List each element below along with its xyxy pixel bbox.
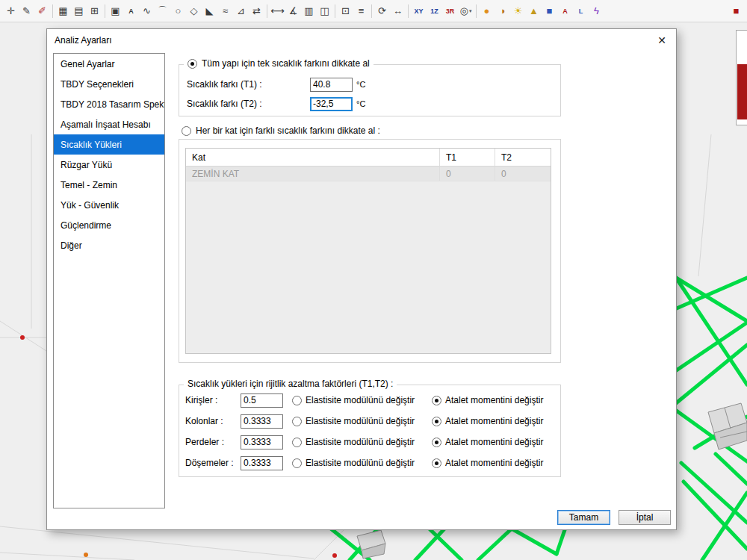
dropdown-arrow-icon: ▾ bbox=[469, 8, 472, 14]
stiffness-group-label: Sıcaklık yükleri için rijitlik azaltma f… bbox=[184, 379, 397, 389]
column-header-t2[interactable]: T2 bbox=[495, 149, 551, 166]
pencil-icon[interactable]: ✎ bbox=[19, 2, 34, 20]
stretch-icon[interactable]: ↔ bbox=[390, 2, 406, 20]
angle-dimension-icon[interactable]: ∡ bbox=[285, 2, 301, 20]
sheet-icon[interactable]: ⊞ bbox=[87, 2, 102, 20]
label-a-icon[interactable]: A bbox=[557, 2, 573, 20]
blue-beam-icon[interactable]: ■ bbox=[542, 2, 557, 20]
elasticity-option[interactable]: Elastisite modülünü değiştir bbox=[292, 416, 432, 426]
sidebar-item-diger[interactable]: Diğer bbox=[54, 235, 164, 255]
inertia-option[interactable]: Atalet momentini değiştir bbox=[432, 437, 543, 447]
list-icon[interactable]: ≡ bbox=[353, 2, 369, 20]
member-label: Döşemeler : bbox=[185, 458, 241, 468]
single-temp-radio-option[interactable]: Tüm yapı için tek sıcaklık farkını dikka… bbox=[184, 58, 374, 69]
stiffness-factor-input-dosemeler[interactable] bbox=[241, 456, 283, 470]
member-label: Perdeler : bbox=[185, 437, 241, 447]
inertia-option[interactable]: Atalet momentini değiştir bbox=[432, 416, 543, 426]
wave-icon[interactable]: ≈ bbox=[217, 2, 233, 20]
label-l-icon[interactable]: L bbox=[573, 2, 589, 20]
stiffness-row-dosemeler: Döşemeler : Elastisite modülünü değiştir… bbox=[179, 452, 560, 473]
radio-icon bbox=[187, 59, 197, 69]
single-temp-group: Tüm yapı için tek sıcaklık farkını dikka… bbox=[179, 64, 561, 116]
toolbar-separator bbox=[267, 4, 267, 18]
polygon-icon[interactable]: ◇ bbox=[186, 2, 202, 20]
inertia-option[interactable]: Atalet momentini değiştir bbox=[432, 458, 543, 468]
toolbar-separator bbox=[476, 4, 477, 18]
detail-icon[interactable]: ◫ bbox=[317, 2, 332, 20]
sidebar-item-temel-zemin[interactable]: Temel - Zemin bbox=[54, 175, 164, 195]
material-icon[interactable]: ◑ bbox=[495, 2, 510, 20]
arc-icon[interactable]: ⌒ bbox=[155, 2, 170, 20]
sidebar-item-sicaklik-yukleri[interactable]: Sıcaklık Yükleri bbox=[54, 134, 164, 155]
radio-icon bbox=[292, 438, 302, 447]
sidebar-item-genel-ayarlar[interactable]: Genel Ayarlar bbox=[54, 54, 164, 74]
render-sphere-icon[interactable]: ● bbox=[479, 2, 495, 20]
elasticity-option[interactable]: Elastisite modülünü değiştir bbox=[292, 437, 432, 447]
toolbar-separator bbox=[408, 4, 409, 18]
toolbar-separator bbox=[335, 4, 335, 18]
plan-view-icon[interactable]: XY bbox=[411, 2, 427, 20]
image-icon[interactable]: ▣ bbox=[108, 2, 123, 20]
per-floor-radio-option[interactable]: Her bir kat için farklı sıcaklık farkını… bbox=[182, 125, 380, 136]
sunlight-icon[interactable]: ☀ bbox=[510, 2, 526, 20]
slope-icon[interactable]: ⊿ bbox=[233, 2, 249, 20]
layers-icon[interactable]: ⊡ bbox=[338, 2, 353, 20]
offset-icon[interactable]: ⇄ bbox=[249, 2, 264, 20]
spline-icon[interactable]: ∿ bbox=[139, 2, 155, 20]
sidebar-item-tbdy-2018-tasarim-spektrumu[interactable]: TBDY 2018 Tasarım Spekt... bbox=[54, 94, 164, 114]
inertia-option[interactable]: Atalet momentini değiştir bbox=[432, 395, 543, 405]
analysis-settings-dialog: Analiz Ayarları ✕ Genel Ayarlar TBDY Seç… bbox=[46, 28, 677, 530]
column-header-t1[interactable]: T1 bbox=[440, 149, 495, 166]
elasticity-option[interactable]: Elastisite modülünü değiştir bbox=[292, 458, 432, 468]
hatch-icon[interactable]: ◣ bbox=[202, 2, 217, 20]
perspective-icon[interactable]: ◎▾ bbox=[458, 2, 474, 20]
member-label: Kirişler : bbox=[185, 395, 241, 405]
sidebar-item-yuk-guvenlik[interactable]: Yük - Güvenlik bbox=[54, 195, 164, 215]
circle-icon[interactable]: ○ bbox=[170, 2, 186, 20]
stiffness-factor-input-kirisler[interactable] bbox=[241, 393, 283, 408]
sidebar-item-asamali-insaat-hesabi[interactable]: Aşamalı İnşaat Hesabı bbox=[54, 114, 164, 134]
cancel-button[interactable]: İptal bbox=[619, 510, 671, 525]
column-header-kat[interactable]: Kat bbox=[186, 149, 440, 166]
sidebar-item-tbdy-secenekleri[interactable]: TBDY Seçenekleri bbox=[54, 74, 164, 94]
active-color-icon[interactable]: ■ bbox=[728, 2, 744, 20]
stiffness-factor-input-perdeler[interactable] bbox=[241, 435, 283, 449]
toolbar-separator bbox=[52, 4, 53, 18]
stiffness-row-kirisler: Kirişler : Elastisite modülünü değiştir … bbox=[179, 390, 560, 411]
sidebar-item-ruzgar-yuku[interactable]: Rüzgar Yükü bbox=[54, 155, 164, 175]
stiffness-group: Sıcaklık yükleri için rijitlik azaltma f… bbox=[179, 385, 561, 477]
camera-icon[interactable]: ▲ bbox=[526, 2, 542, 20]
ok-button[interactable]: Tamam bbox=[557, 510, 610, 525]
dimension-icon[interactable]: ⟷ bbox=[270, 2, 285, 20]
stiffness-factor-input-kolonlar[interactable] bbox=[241, 414, 283, 429]
radio-icon bbox=[432, 417, 441, 426]
table-row[interactable]: ZEMİN KAT 0 0 bbox=[186, 167, 551, 181]
close-icon[interactable]: ✕ bbox=[655, 34, 669, 47]
per-floor-group: Kat T1 T2 ZEMİN KAT 0 0 bbox=[179, 139, 561, 363]
t1-unit: °C bbox=[356, 80, 365, 89]
t2-field-row: Sıcaklık farkı (T2) : °C bbox=[187, 96, 365, 111]
text-icon[interactable]: A bbox=[123, 2, 139, 20]
redline-pen-icon[interactable]: ✐ bbox=[34, 2, 50, 20]
main-toolbar: ✛✎✐▦▤⊞▣A∿⌒○◇◣≈⊿⇄⟷∡▥◫⊡≡⟳↔XY1Z3R◎▾●◑☀▲■ALϟ… bbox=[0, 0, 747, 22]
t2-input[interactable] bbox=[310, 97, 353, 111]
t2-unit: °C bbox=[356, 99, 365, 108]
option-label: Atalet momentini değiştir bbox=[445, 395, 543, 405]
toolbar-separator bbox=[105, 4, 105, 18]
elasticity-option[interactable]: Elastisite modülünü değiştir bbox=[292, 395, 432, 405]
pan-icon[interactable]: ✛ bbox=[3, 2, 19, 20]
t1-field-row: Sıcaklık farkı (T1) : °C bbox=[187, 77, 365, 92]
radio-icon bbox=[432, 458, 441, 468]
rotate-icon[interactable]: ⟳ bbox=[374, 2, 390, 20]
option-label: Elastisite modülünü değiştir bbox=[306, 458, 415, 468]
view-3d-icon[interactable]: 3R bbox=[442, 2, 458, 20]
table-icon[interactable]: ▤ bbox=[71, 2, 87, 20]
axis-grid-icon[interactable]: ▦ bbox=[55, 2, 71, 20]
section-icon[interactable]: ▥ bbox=[301, 2, 317, 20]
active-color-swatch[interactable] bbox=[737, 64, 747, 119]
elevation-view-icon[interactable]: 1Z bbox=[427, 2, 442, 20]
sidebar-item-guclendirme[interactable]: Güçlendirme bbox=[54, 215, 164, 235]
floor-table: Kat T1 T2 ZEMİN KAT 0 0 bbox=[185, 148, 551, 354]
lightning-icon[interactable]: ϟ bbox=[589, 2, 604, 20]
t1-input[interactable] bbox=[310, 78, 353, 92]
